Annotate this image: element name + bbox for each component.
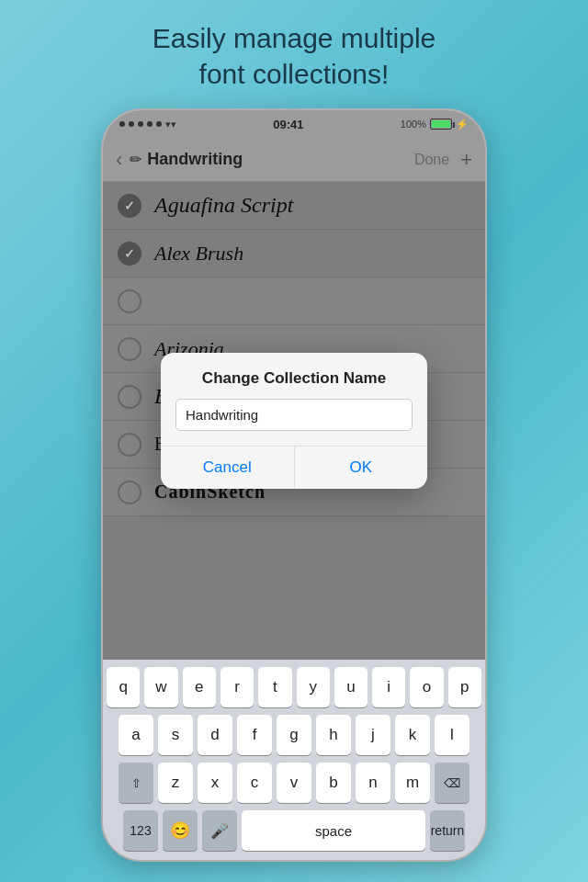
modal-buttons: Cancel OK [161,446,427,489]
key-j[interactable]: j [356,715,390,755]
shift-key[interactable]: ⇧ [119,763,153,803]
nav-actions: Done + [414,148,472,172]
nav-title-area: ✏ Handwriting [130,150,414,169]
status-left: ▾▾ [119,119,176,130]
delete-key[interactable]: ⌫ [435,763,469,803]
mic-key[interactable]: 🎤 [202,810,237,851]
keyboard-row-1: q w e r t y u i o p [107,667,481,707]
modal-overlay: Change Collection Name Cancel OK [103,182,485,660]
key-x[interactable]: x [198,763,232,803]
emoji-key[interactable]: 😊 [163,810,198,851]
key-f[interactable]: f [237,715,272,755]
keyboard-row-2: a s d f g h j k l [107,715,481,755]
key-m[interactable]: m [395,763,430,803]
key-g[interactable]: g [277,715,311,755]
key-d[interactable]: d [198,715,232,755]
key-v[interactable]: v [277,763,311,803]
key-n[interactable]: n [356,763,390,803]
modal-input-wrap [161,399,427,446]
done-button[interactable]: Done [414,152,449,168]
keyboard-row-4: 123 😊 🎤 space return [107,810,481,851]
key-s[interactable]: s [158,715,193,755]
keyboard-row-3: ⇧ z x c v b n m ⌫ [107,763,481,803]
key-e[interactable]: e [183,667,216,707]
key-u[interactable]: u [334,667,368,707]
signal-dot-2 [129,121,134,127]
signal-dot-1 [119,121,125,127]
lightning-icon: ⚡ [456,119,469,130]
signal-dot-4 [147,121,153,127]
key-y[interactable]: y [297,667,330,707]
collection-name-input[interactable] [175,399,413,431]
key-i[interactable]: i [372,667,405,707]
wifi-icon: ▾▾ [165,119,176,130]
key-q[interactable]: q [107,667,140,707]
key-z[interactable]: z [158,763,193,803]
key-t[interactable]: t [258,667,291,707]
key-r[interactable]: r [220,667,254,707]
battery-percent: 100% [401,119,426,130]
key-l[interactable]: l [435,715,469,755]
modal-title: Change Collection Name [161,353,427,399]
status-right: 100% ⚡ [401,119,469,130]
signal-dot-3 [138,121,143,127]
cancel-button[interactable]: Cancel [161,447,295,489]
battery-icon [430,119,452,130]
key-a[interactable]: a [119,715,153,755]
status-bar: ▾▾ 09:41 100% ⚡ [103,110,485,138]
ok-button[interactable]: OK [295,447,428,489]
key-k[interactable]: k [395,715,430,755]
nav-bar: ‹ ✏ Handwriting Done + [103,138,485,182]
font-list-area: ✓ Aguafina Script ✓ Alex Brush Arizonia … [103,182,485,660]
num-key[interactable]: 123 [123,810,158,851]
signal-dot-5 [156,121,162,127]
key-b[interactable]: b [316,763,351,803]
keyboard: q w e r t y u i o p a s d f g h j k l ⇧ … [103,660,485,860]
key-o[interactable]: o [410,667,443,707]
key-p[interactable]: p [448,667,481,707]
key-h[interactable]: h [316,715,351,755]
return-key[interactable]: return [430,810,465,851]
headline: Easily manage multiple font collections! [116,0,472,108]
battery-fill [432,120,450,128]
space-key[interactable]: space [242,810,425,851]
add-button[interactable]: + [460,148,472,172]
pen-icon: ✏ [130,151,141,168]
nav-title: Handwriting [147,150,243,169]
change-collection-dialog: Change Collection Name Cancel OK [161,353,427,489]
phone-frame: ▾▾ 09:41 100% ⚡ ‹ ✏ Handwriting Done + ✓ [101,108,487,862]
status-time: 09:41 [273,118,303,131]
key-c[interactable]: c [237,763,272,803]
back-button[interactable]: ‹ [116,148,122,172]
key-w[interactable]: w [144,667,177,707]
